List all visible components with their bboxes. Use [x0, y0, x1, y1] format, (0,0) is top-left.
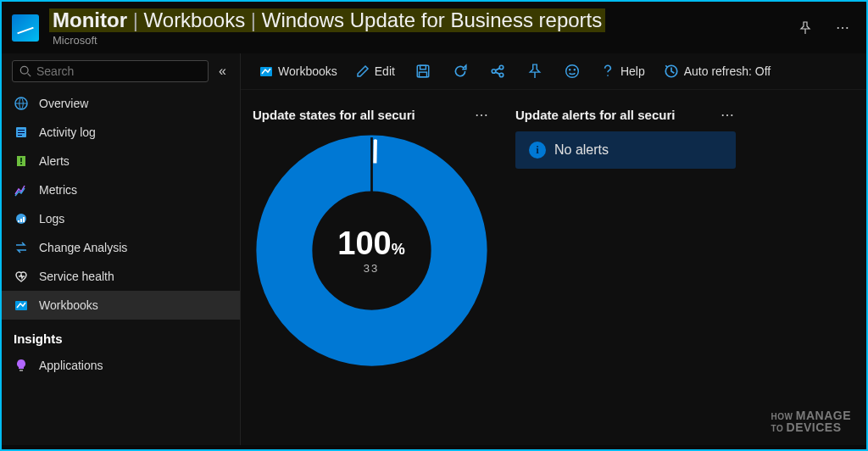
toolbar-save-icon[interactable]	[407, 60, 439, 82]
metrics-icon	[14, 182, 29, 198]
svg-rect-11	[20, 219, 22, 222]
svg-rect-18	[419, 72, 426, 77]
svg-rect-7	[20, 158, 22, 162]
card-title: Update states for all securi	[253, 108, 415, 122]
svg-rect-3	[18, 130, 25, 131]
no-alerts-row: i No alerts	[515, 131, 736, 169]
svg-point-22	[566, 65, 579, 78]
svg-point-21	[499, 73, 504, 77]
logs-icon	[14, 211, 29, 226]
svg-rect-4	[18, 132, 25, 133]
svg-rect-15	[260, 67, 272, 76]
sidebar-item-label: Activity log	[39, 125, 96, 139]
main-content: Workbooks Edit Help	[241, 53, 866, 445]
log-icon	[14, 125, 29, 140]
sidebar-item-activity-log[interactable]: Activity log	[2, 118, 240, 147]
no-alerts-label: No alerts	[554, 142, 609, 158]
watermark: HOW MANAGE TO DEVICES	[771, 409, 851, 433]
sidebar-item-logs[interactable]: Logs	[2, 204, 240, 233]
toolbar-share-icon[interactable]	[481, 60, 514, 82]
card-more-icon[interactable]: ⋯	[721, 107, 736, 123]
toolbar-pin-icon[interactable]	[519, 60, 551, 82]
info-icon: i	[529, 142, 546, 159]
svg-point-19	[492, 70, 496, 74]
svg-point-23	[570, 70, 570, 70]
sidebar-item-label: Overview	[39, 97, 88, 110]
globe-icon	[14, 96, 29, 111]
search-icon	[19, 65, 31, 77]
sidebar-item-applications[interactable]: Applications	[2, 351, 240, 380]
toolbar-workbooks-button[interactable]: Workbooks	[253, 61, 344, 81]
sidebar-item-overview[interactable]: Overview	[2, 89, 240, 118]
toolbar-feedback-icon[interactable]	[556, 60, 588, 82]
svg-point-20	[499, 65, 504, 70]
svg-point-24	[574, 70, 575, 70]
svg-rect-12	[23, 217, 25, 222]
sidebar-item-metrics[interactable]: Metrics	[2, 175, 240, 204]
sidebar-item-label: Service health	[39, 270, 114, 283]
toolbar-autorefresh-button[interactable]: Auto refresh: Off	[657, 60, 777, 82]
pencil-icon	[356, 64, 370, 78]
health-icon	[14, 269, 29, 284]
page-title: Monitor | Workbooks | Windows Update for…	[49, 8, 605, 32]
workbook-icon	[14, 298, 29, 313]
svg-point-0	[20, 66, 28, 74]
clock-refresh-icon	[664, 64, 679, 79]
svg-rect-14	[19, 370, 23, 371]
sidebar-item-label: Applications	[39, 359, 103, 372]
card-update-states: Update states for all securi ⋯ 100% 33	[253, 107, 490, 369]
workbook-icon	[259, 64, 273, 78]
sidebar-item-label: Workbooks	[39, 298, 98, 312]
sidebar-item-workbooks[interactable]: Workbooks	[2, 291, 240, 320]
svg-rect-8	[20, 163, 22, 164]
alert-icon	[14, 153, 29, 169]
toolbar-help-button[interactable]: Help	[593, 60, 652, 82]
donut-chart: 100% 33	[253, 131, 490, 369]
sidebar-item-service-health[interactable]: Service health	[2, 262, 240, 291]
sidebar-item-label: Alerts	[39, 154, 70, 168]
svg-rect-10	[18, 220, 19, 222]
sidebar-item-label: Logs	[39, 212, 64, 226]
card-update-alerts: Update alerts for all securi ⋯ i No aler…	[515, 107, 736, 369]
pin-icon[interactable]	[792, 18, 819, 38]
monitor-icon	[12, 14, 39, 42]
sidebar-item-alerts[interactable]: Alerts	[2, 147, 240, 175]
sidebar: « Overview Activity log Alerts Metrics L…	[2, 53, 241, 445]
page-subtitle: Microsoft	[49, 34, 782, 47]
svg-rect-13	[15, 301, 27, 310]
card-more-icon[interactable]: ⋯	[475, 107, 490, 123]
donut-count: 33	[337, 262, 404, 275]
collapse-sidebar-icon[interactable]: «	[215, 60, 230, 82]
sidebar-item-label: Metrics	[39, 183, 77, 197]
toolbar-refresh-icon[interactable]	[444, 60, 476, 82]
sidebar-item-label: Change Analysis	[39, 241, 127, 254]
search-box[interactable]	[12, 60, 209, 82]
svg-rect-27	[370, 137, 373, 193]
svg-rect-17	[420, 65, 426, 70]
donut-percent: 100%	[337, 226, 404, 262]
change-icon	[14, 240, 29, 255]
toolbar-edit-button[interactable]: Edit	[349, 61, 402, 81]
search-input[interactable]	[36, 64, 201, 78]
bulb-icon	[14, 358, 29, 373]
sidebar-section-insights: Insights	[2, 320, 240, 351]
svg-rect-5	[18, 135, 22, 136]
card-title: Update alerts for all securi	[515, 108, 675, 122]
sidebar-item-change-analysis[interactable]: Change Analysis	[2, 233, 240, 262]
help-icon	[600, 64, 615, 79]
more-icon[interactable]: ⋯	[829, 16, 856, 39]
